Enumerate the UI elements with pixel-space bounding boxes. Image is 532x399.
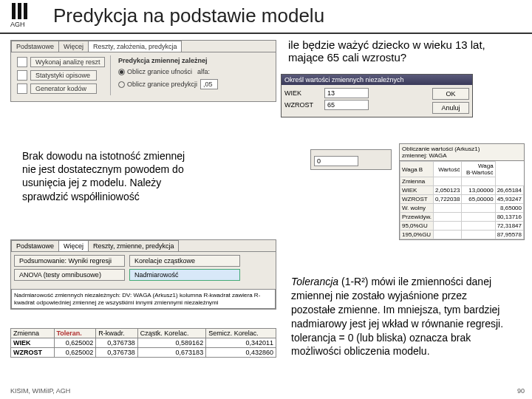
- btn-stat[interactable]: Statystyki opisowe: [30, 70, 97, 81]
- radio-granice-ufnosci[interactable]: [118, 69, 125, 75]
- tab2-basic[interactable]: Podstawowe: [11, 240, 59, 251]
- agh-logo: AGH: [9, 3, 38, 28]
- btn-anova[interactable]: ANOVA (testy omnibusowe): [14, 269, 125, 281]
- page-title: Predykcja na podstawie modelu: [53, 4, 324, 27]
- tab-residuals[interactable]: Reszty, założenia, predykcja: [88, 41, 182, 52]
- icon-generator: [17, 83, 27, 94]
- results-table: Waga BWartośćWaga B·Wartość Zmienna WIEK…: [400, 161, 524, 239]
- tolerancja-note: Tolerancja (1-R²) mówi ile zmienności da…: [291, 275, 513, 358]
- dialog-title: Określ wartości zmiennych niezależnych: [282, 75, 472, 85]
- btn-summary[interactable]: Podsumowanie: Wyniki regresji: [14, 255, 125, 267]
- svg-rect-2: [24, 3, 27, 19]
- tolerance-table: Zmienna Toleran. R-kwadr. Cząstk. Korela…: [10, 328, 276, 358]
- btn-partial-corr[interactable]: Korelacje cząstkowe: [129, 255, 240, 267]
- icon-wykonaj: [17, 57, 27, 67]
- svg-rect-0: [12, 3, 16, 19]
- prediction-panel: Podstawowe Więcej Reszty, założenia, pre…: [10, 40, 276, 102]
- alfa-label: alfa:: [195, 67, 212, 76]
- tolerancja-text: (1-R²) mówi ile zmienności danej zmienne…: [291, 276, 503, 357]
- footer-text: KISIM, WIMiIP, AGH: [10, 387, 70, 395]
- dialog-cancel-button[interactable]: Anuluj: [432, 102, 469, 114]
- small-value-panel: [310, 149, 392, 170]
- redundancy-desc: Nadmiarowość zmiennych niezależnych: DV:…: [11, 289, 276, 309]
- btn-wykonaj[interactable]: Wykonaj analizę reszt: [30, 57, 105, 67]
- tab-more[interactable]: Więcej: [58, 41, 89, 52]
- var-wiek-label: WIEK: [284, 89, 321, 97]
- var-wiek-field[interactable]: [324, 88, 369, 98]
- alfa-field[interactable]: ,05: [200, 79, 218, 89]
- var-wzrost-label: WZROST: [284, 101, 321, 109]
- radio-granice-predykcji[interactable]: [118, 81, 125, 88]
- question-text: ile będzie ważyć dziecko w wieku 13 lat,…: [288, 38, 510, 64]
- btn-redundancy[interactable]: Nadmiarowość: [129, 269, 240, 281]
- tab2-residuals[interactable]: Reszty, zmienne, predykcja: [88, 240, 179, 251]
- results-header2: zmiennej: WAGA: [402, 152, 522, 159]
- tolerancja-lead: Tolerancja: [291, 276, 338, 287]
- pred-label: Predykcja zmiennej zależnej: [118, 57, 208, 64]
- dialog-ok-button[interactable]: OK: [432, 88, 469, 100]
- icon-stat: [17, 70, 27, 81]
- btn-generator[interactable]: Generator kodów: [30, 83, 97, 94]
- var-wzrost-field[interactable]: [324, 100, 369, 110]
- redundancy-panel: Podstawowe Więcej Reszty, zmienne, predy…: [10, 239, 276, 310]
- svg-rect-1: [18, 3, 21, 19]
- tab-basic[interactable]: Podstawowe: [11, 41, 59, 52]
- small-value-field[interactable]: [314, 156, 358, 166]
- results-header1: Obliczanie wartości (Arkusz1): [402, 146, 522, 152]
- tab2-more[interactable]: Więcej: [58, 240, 89, 251]
- page-number: 90: [517, 387, 525, 395]
- note-collinearity: Brak dowodu na istotność zmiennej nie je…: [22, 149, 200, 203]
- dialog-define-vars: Określ wartości zmiennych niezależnych W…: [281, 74, 473, 117]
- svg-text:AGH: AGH: [10, 21, 25, 28]
- results-panel: Obliczanie wartości (Arkusz1) zmiennej: …: [399, 143, 525, 240]
